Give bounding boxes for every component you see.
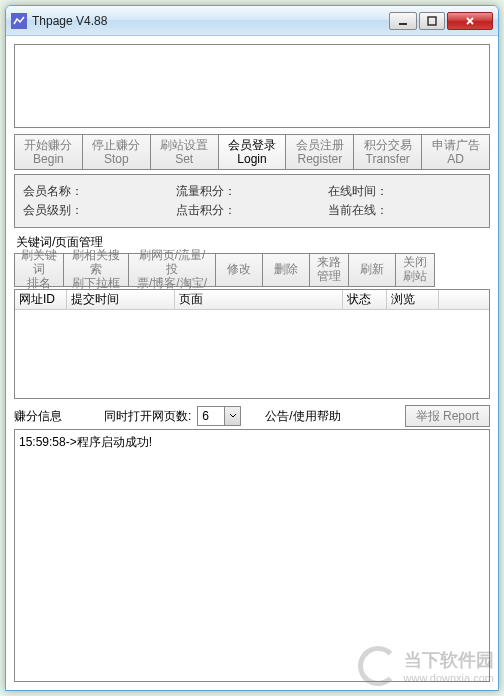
toolbar-transfer-button[interactable]: 积分交易Transfer [353, 134, 422, 170]
toolbar-stop-button[interactable]: 停止赚分Stop [82, 134, 151, 170]
watermark-text: 当下软件园 [404, 648, 494, 672]
svg-rect-1 [428, 17, 436, 25]
column-header-3[interactable]: 状态 [343, 290, 387, 309]
member-info-panel: 会员名称： 流量积分： 在线时间： 会员级别： 点击积分： 当前在线： [14, 174, 490, 228]
earn-info-label: 赚分信息 [14, 408, 62, 425]
traffic-points-label: 流量积分： [176, 183, 329, 200]
keyword-button-7[interactable]: 关闭刷站 [395, 253, 435, 287]
keyword-button-3[interactable]: 修改 [215, 253, 263, 287]
keyword-button-0[interactable]: 刷关键词排名 [14, 253, 64, 287]
member-level-label: 会员级别： [23, 202, 176, 219]
main-toolbar: 开始赚分Begin停止赚分Stop刷站设置Set会员登录Login会员注册Reg… [14, 134, 490, 170]
click-points-label: 点击积分： [176, 202, 329, 219]
keyword-button-4[interactable]: 删除 [262, 253, 310, 287]
keyword-button-2[interactable]: 刷网页/流量/投票/博客/淘宝/ [128, 253, 216, 287]
keyword-button-5[interactable]: 来路管理 [309, 253, 349, 287]
toolbar-register-button[interactable]: 会员注册Register [285, 134, 354, 170]
column-header-5[interactable] [439, 290, 459, 309]
url-table[interactable]: 网址ID提交时间页面状态浏览 [14, 289, 490, 399]
pages-count-select[interactable]: 6 [197, 406, 241, 426]
toolbar-set-button[interactable]: 刷站设置Set [150, 134, 219, 170]
keyword-button-1[interactable]: 刷相关搜索刷下拉框 [63, 253, 129, 287]
pages-count-label: 同时打开网页数: [104, 408, 191, 425]
log-output[interactable]: 15:59:58->程序启动成功! [14, 429, 490, 682]
help-label: 公告/使用帮助 [265, 408, 340, 425]
chevron-down-icon[interactable] [224, 407, 240, 425]
online-time-label: 在线时间： [328, 183, 481, 200]
watermark: 当下软件园 www.downxia.com [358, 646, 494, 686]
online-now-label: 当前在线： [328, 202, 481, 219]
app-icon [11, 13, 27, 29]
close-button[interactable] [447, 12, 493, 30]
titlebar: Thpage V4.88 [6, 6, 498, 36]
maximize-button[interactable] [419, 12, 445, 30]
minimize-button[interactable] [389, 12, 417, 30]
column-header-2[interactable]: 页面 [175, 290, 343, 309]
keyword-button-6[interactable]: 刷新 [348, 253, 396, 287]
watermark-url: www.downxia.com [404, 672, 494, 684]
toolbar-login-button[interactable]: 会员登录Login [218, 134, 287, 170]
column-header-0[interactable]: 网址ID [15, 290, 67, 309]
svg-rect-0 [399, 23, 407, 25]
column-header-1[interactable]: 提交时间 [67, 290, 175, 309]
toolbar-ad-button[interactable]: 申请广告AD [421, 134, 490, 170]
banner-area [14, 44, 490, 128]
toolbar-begin-button[interactable]: 开始赚分Begin [14, 134, 83, 170]
column-header-4[interactable]: 浏览 [387, 290, 439, 309]
watermark-icon [358, 646, 398, 686]
member-name-label: 会员名称： [23, 183, 176, 200]
keyword-toolbar: 刷关键词排名刷相关搜索刷下拉框刷网页/流量/投票/博客/淘宝/修改删除来路管理刷… [14, 253, 490, 287]
report-button[interactable]: 举报 Report [405, 405, 490, 427]
pages-count-value: 6 [198, 407, 224, 425]
window-title: Thpage V4.88 [32, 14, 389, 28]
